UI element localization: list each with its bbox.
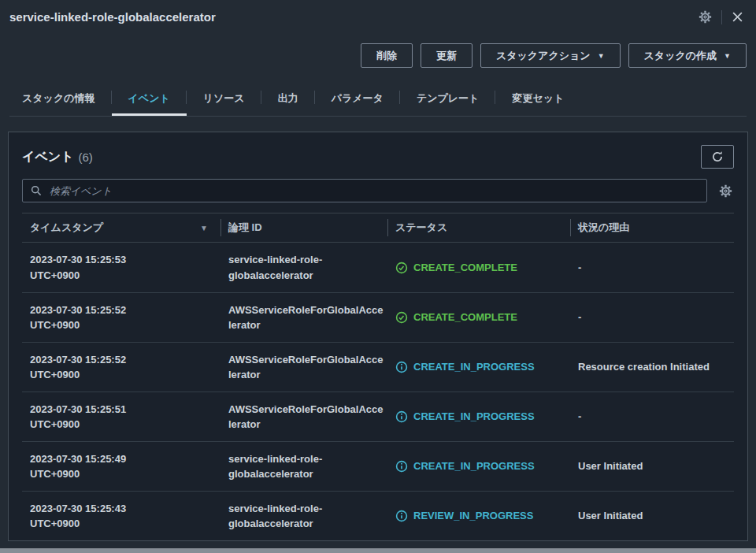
event-status: CREATE_IN_PROGRESS [387,343,570,392]
search-input[interactable] [48,184,699,198]
tab-parameters[interactable]: パラメータ [315,87,400,116]
tab-events[interactable]: イベント [112,87,187,116]
close-icon[interactable] [730,9,745,24]
event-status-reason: - [570,243,734,292]
event-status: REVIEW_IN_PROGRESS [387,492,570,540]
event-status-reason: - [570,293,734,342]
event-status-reason: Resource creation Initiated [570,343,734,392]
chevron-down-icon: ▼ [598,52,605,60]
update-button[interactable]: 更新 [421,43,472,68]
event-status: CREATE_IN_PROGRESS [387,392,570,441]
tab-template[interactable]: テンプレート [400,87,496,116]
events-table-body: 2023-07-30 15:25:53 UTC+0900service-link… [22,243,734,540]
status-label: CREATE_IN_PROGRESS [413,458,535,474]
events-count: (6) [79,150,93,164]
event-logical-id: AWSServiceRoleForGlobalAcce lerator [220,293,387,342]
event-status: CREATE_COMPLETE [387,243,570,292]
event-status: CREATE_IN_PROGRESS [387,442,570,491]
status-label: CREATE_IN_PROGRESS [413,409,535,425]
column-label: タイムスタンプ [30,221,103,235]
stack-detail-tabs: スタックの情報 イベント リソース 出力 パラメータ テンプレート 変更セット [9,87,747,117]
events-title: イベント [22,149,74,165]
tab-change-sets[interactable]: 変更セット [495,87,580,116]
delete-button-label: 削除 [376,49,397,63]
event-status-reason: - [570,392,734,441]
events-panel: イベント (6) [8,132,748,541]
tab-outputs[interactable]: 出力 [261,87,315,116]
info-circle-icon [395,361,408,373]
table-row: 2023-07-30 15:25:43 UTC+0900service-link… [22,491,734,540]
stack-actions-toolbar: 削除 更新 スタックアクション ▼ スタックの作成 ▼ [0,31,756,68]
tab-stack-info[interactable]: スタックの情報 [9,87,112,116]
tab-resources[interactable]: リソース [187,87,261,116]
column-label: 論理 ID [228,221,262,235]
update-button-label: 更新 [436,49,457,63]
event-timestamp: 2023-07-30 15:25:52 UTC+0900 [22,293,220,342]
event-logical-id: service-linked-role- globalaccelerator [220,492,387,540]
events-panel-header: イベント (6) [22,145,734,169]
event-status-reason: User Initiated [570,442,734,491]
delete-button[interactable]: 削除 [361,43,413,68]
event-status: CREATE_COMPLETE [387,293,570,342]
event-logical-id: AWSServiceRoleForGlobalAcce lerator [220,343,387,392]
info-circle-icon [395,410,408,423]
titlebar-divider [721,10,722,24]
stack-name-title: service-linked-role-globalaccelerator [9,10,697,24]
sort-descending-icon: ▼ [200,224,208,232]
panel-title-bar: service-linked-role-globalaccelerator [0,0,756,31]
event-logical-id: service-linked-role- globalaccelerator [220,243,387,292]
check-circle-icon [395,262,408,274]
event-timestamp: 2023-07-30 15:25:43 UTC+0900 [22,492,220,540]
column-header-status: ステータス [387,213,570,242]
event-timestamp: 2023-07-30 15:25:52 UTC+0900 [22,343,220,392]
refresh-icon [711,150,724,163]
column-header-status-reason: 状況の理由 [570,213,734,242]
table-row: 2023-07-30 15:25:52 UTC+0900AWSServiceRo… [22,292,734,342]
status-label: REVIEW_IN_PROGRESS [413,508,533,524]
info-circle-icon [395,460,408,473]
search-box [22,179,707,202]
event-logical-id: service-linked-role- globalaccelerator [220,442,387,491]
event-logical-id: AWSServiceRoleForGlobalAcce lerator [220,392,387,441]
refresh-button[interactable] [701,145,734,169]
events-table-header: タイムスタンプ ▼ 論理 ID ステータス 状況の理由 [22,213,734,243]
column-header-timestamp[interactable]: タイムスタンプ ▼ [22,213,220,242]
table-row: 2023-07-30 15:25:49 UTC+0900service-link… [22,441,734,491]
column-header-logical-id: 論理 ID [220,213,387,242]
table-row: 2023-07-30 15:25:53 UTC+0900service-link… [22,243,734,292]
create-stack-dropdown[interactable]: スタックの作成 ▼ [628,43,747,68]
info-circle-icon [395,510,408,522]
event-timestamp: 2023-07-30 15:25:53 UTC+0900 [22,243,220,292]
status-label: CREATE_COMPLETE [413,260,517,276]
status-label: CREATE_IN_PROGRESS [413,359,535,375]
event-status-reason: User Initiated [570,492,734,540]
bottom-scrollbar[interactable] [0,548,756,553]
column-label: ステータス [395,221,447,235]
column-label: 状況の理由 [578,221,629,235]
chevron-down-icon: ▼ [724,52,731,60]
event-timestamp: 2023-07-30 15:25:51 UTC+0900 [22,392,220,441]
events-search-row [22,179,734,202]
status-label: CREATE_COMPLETE [413,310,517,325]
table-row: 2023-07-30 15:25:51 UTC+0900AWSServiceRo… [22,392,734,441]
search-icon [31,185,42,196]
settings-gear-icon[interactable] [697,9,713,25]
create-stack-label: スタックの作成 [644,49,717,63]
table-preferences-gear-icon[interactable] [717,183,734,199]
table-row: 2023-07-30 15:25:52 UTC+0900AWSServiceRo… [22,342,734,392]
check-circle-icon [395,311,408,324]
stack-actions-label: スタックアクション [496,49,591,63]
event-timestamp: 2023-07-30 15:25:49 UTC+0900 [22,442,220,491]
stack-actions-dropdown[interactable]: スタックアクション ▼ [480,43,621,68]
